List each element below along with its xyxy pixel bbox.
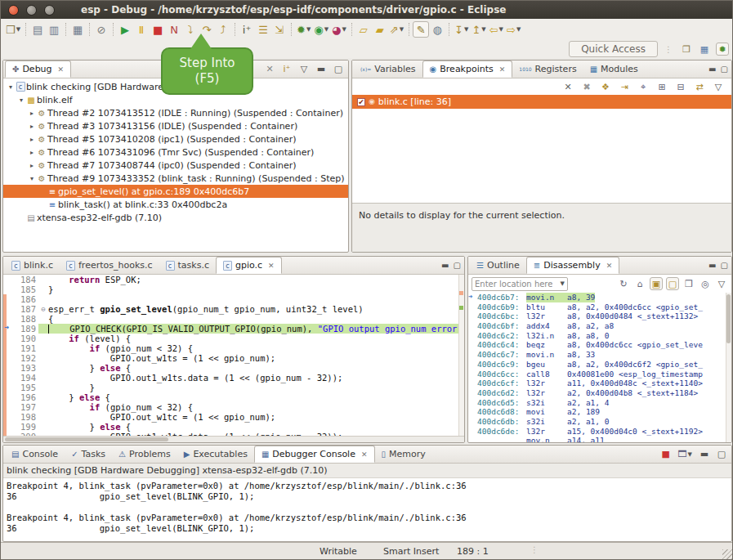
go-to-file-button[interactable]: ⇥ bbox=[618, 80, 631, 93]
close-icon[interactable]: ✕ bbox=[268, 262, 275, 270]
save-binary-button[interactable]: ▦ bbox=[69, 21, 86, 38]
expander-icon[interactable]: ▸ bbox=[28, 149, 36, 156]
view-menu-button[interactable]: ▽ bbox=[712, 80, 725, 93]
terminate-button[interactable]: ■ bbox=[150, 21, 166, 38]
minimize-button[interactable]: ▬ bbox=[441, 262, 449, 270]
save-all-button[interactable]: ▥ bbox=[46, 21, 62, 38]
debug-tree-row[interactable]: ▾▩blink.elf bbox=[3, 93, 348, 106]
run-button[interactable]: ◉▼ bbox=[312, 21, 330, 38]
minimize-button[interactable]: ▬ bbox=[708, 262, 716, 270]
perspective-debug-button[interactable]: ✹ bbox=[716, 43, 729, 56]
expander-icon[interactable]: ▸ bbox=[28, 162, 36, 169]
drop-to-frame-button[interactable]: ⇲ bbox=[271, 21, 288, 38]
horizontal-scrollbar[interactable] bbox=[3, 436, 464, 442]
perspective-cpp-button[interactable]: ▦ bbox=[698, 43, 711, 56]
debug-tree-row[interactable]: ▸⚙Thread #7 1073408744 (ipc0) (Suspended… bbox=[3, 159, 348, 172]
expander-icon[interactable]: ▸ bbox=[28, 110, 36, 117]
collapse-all-button[interactable]: ⊟ bbox=[674, 80, 687, 93]
resume-button[interactable]: ▶ bbox=[117, 21, 133, 38]
close-icon[interactable]: ✕ bbox=[606, 262, 613, 270]
view-menu-button[interactable]: ▽ bbox=[715, 277, 728, 290]
close-icon[interactable]: ✕ bbox=[58, 65, 65, 74]
view-menu-button[interactable]: ▽ bbox=[297, 63, 311, 76]
debug-tree-row[interactable]: ▸⚙Thread #3 1073413156 (IDLE) (Suspended… bbox=[3, 119, 348, 132]
remove-all-breakpoints-button[interactable]: ✖ bbox=[580, 80, 593, 93]
suspend-button[interactable]: Ⅱ bbox=[133, 21, 150, 38]
debug-tree-row[interactable]: ▾⚙Thread #9 1073433352 (blink_task : Run… bbox=[3, 172, 348, 185]
refresh-button[interactable]: ↻ bbox=[617, 277, 630, 290]
close-icon[interactable]: ✕ bbox=[499, 65, 506, 74]
debug-tree-row[interactable]: ▤xtensa-esp32-elf-gdb (7.10) bbox=[3, 211, 348, 224]
disconnect-button[interactable]: N bbox=[166, 21, 182, 38]
close-icon[interactable]: ✕ bbox=[361, 450, 368, 459]
skip-all-breakpoints-button[interactable]: ⊘ bbox=[93, 21, 110, 38]
previous-annotation-button[interactable]: ↥▼ bbox=[470, 21, 487, 38]
overview-ruler[interactable] bbox=[458, 275, 464, 436]
debug-tree-row[interactable]: ≡blink_task() at blink.c:33 0x400dbc2a bbox=[3, 198, 348, 211]
new-wizard-button[interactable]: ❒▼ bbox=[4, 21, 22, 38]
step-return-button[interactable]: ⤴ bbox=[215, 21, 231, 38]
next-annotation-button[interactable]: ↧▼ bbox=[453, 21, 470, 38]
maximize-button[interactable]: ▢ bbox=[454, 262, 461, 270]
tab-blink-c[interactable]: cblink.c bbox=[5, 257, 60, 274]
show-breakpoints-for-button[interactable]: ❖ bbox=[599, 80, 612, 93]
instruction-stepping-button[interactable]: i⁺ bbox=[239, 21, 255, 38]
debug-tree-row[interactable]: ▸⚙Thread #2 1073413512 (IDLE : Running) … bbox=[3, 106, 348, 119]
show-source-button[interactable]: ▣ bbox=[650, 277, 663, 290]
tab-console[interactable]: ▤Console bbox=[5, 446, 65, 463]
back-button[interactable]: ⇦▼ bbox=[488, 21, 505, 38]
terminate-console-button[interactable]: ■ bbox=[659, 448, 673, 461]
show-annotations-button[interactable]: ◍ bbox=[429, 21, 445, 38]
editor-code-area[interactable]: 184 return ESP_OK;185}186187⊖esp_err_t g… bbox=[3, 275, 464, 437]
instruction-stepping-mode-button[interactable]: i⁺ bbox=[280, 63, 293, 76]
stack-frame-selected[interactable]: ≡gpio_set_level() at gpio.c:189 0x400dc6… bbox=[3, 185, 348, 198]
console-output[interactable]: Breakpoint 4, blink_task (pvParameter=0x… bbox=[3, 478, 731, 534]
mark-occurrences-button[interactable]: ✎ bbox=[413, 21, 429, 38]
chevron-down-icon[interactable]: ▼ bbox=[464, 26, 468, 33]
remove-breakpoint-button[interactable]: ✕ bbox=[561, 80, 574, 93]
open-perspective-button[interactable]: ❐ bbox=[680, 43, 693, 56]
tab-variables[interactable]: (x)=Variables bbox=[354, 60, 422, 78]
minimize-button[interactable]: ▬ bbox=[698, 448, 711, 461]
tab-gpio-c[interactable]: cgpio.c✕ bbox=[216, 257, 282, 274]
go-to-pc-button[interactable]: ⌂ bbox=[633, 277, 646, 290]
maximize-button[interactable] bbox=[44, 5, 55, 16]
sync-context-button[interactable]: ▢ bbox=[666, 277, 679, 290]
chevron-down-icon[interactable]: ▼ bbox=[499, 26, 503, 33]
chevron-down-icon[interactable]: ▼ bbox=[481, 26, 485, 33]
tab-tasks[interactable]: ✓Tasks bbox=[65, 446, 112, 463]
close-button[interactable] bbox=[8, 5, 19, 16]
debug-button[interactable]: ✹▼ bbox=[295, 21, 312, 38]
tab-debugger-console[interactable]: ▦Debugger Console✕ bbox=[254, 446, 375, 463]
last-tool-button[interactable]: ⇗▼ bbox=[388, 21, 405, 38]
tab-freertos_hooks-c[interactable]: cfreertos_hooks.c bbox=[60, 257, 159, 274]
external-tools-button[interactable]: ◕▼ bbox=[330, 21, 348, 38]
remove-all-terminated-button[interactable]: ✕ bbox=[263, 63, 276, 76]
tab-memory[interactable]: ▯Memory bbox=[375, 446, 432, 463]
chevron-down-icon[interactable]: ▼ bbox=[688, 451, 692, 458]
breakpoint-row[interactable]: ✔ ◉ blink.c [line: 36] bbox=[352, 95, 731, 109]
resize-grip[interactable] bbox=[722, 549, 732, 559]
forward-button[interactable]: ⇨▼ bbox=[505, 21, 522, 38]
expander-icon[interactable]: ▾ bbox=[17, 96, 25, 104]
maximize-button[interactable]: ▢ bbox=[721, 65, 728, 74]
tab-executables[interactable]: ▶Executables bbox=[177, 446, 254, 463]
expander-icon[interactable]: ▸ bbox=[28, 123, 36, 130]
tab-tasks-c[interactable]: ctasks.c bbox=[159, 257, 216, 274]
maximize-button[interactable]: ▢ bbox=[715, 448, 728, 461]
chevron-down-icon[interactable]: ▼ bbox=[561, 280, 565, 287]
pin-button[interactable]: ◎ bbox=[699, 277, 712, 290]
quick-access-button[interactable]: Quick Access bbox=[569, 41, 658, 57]
expand-all-button[interactable]: ⊞ bbox=[655, 80, 668, 93]
chevron-down-icon[interactable]: ▼ bbox=[400, 26, 404, 33]
chevron-down-icon[interactable]: ▼ bbox=[306, 26, 311, 33]
minimize-button[interactable] bbox=[26, 5, 37, 16]
tab-breakpoints[interactable]: ◉Breakpoints✕ bbox=[422, 60, 513, 78]
link-with-debug-button[interactable]: ⇄ bbox=[693, 80, 706, 93]
tab-outline[interactable]: ☰Outline bbox=[470, 257, 526, 274]
open-element-button[interactable]: ▱ bbox=[355, 21, 372, 38]
expander-icon[interactable]: ▾ bbox=[7, 83, 15, 91]
tab-modules[interactable]: ▦Modules bbox=[583, 60, 645, 78]
maximize-button[interactable]: ▢ bbox=[332, 63, 345, 76]
expander-icon[interactable]: ▸ bbox=[28, 136, 36, 143]
